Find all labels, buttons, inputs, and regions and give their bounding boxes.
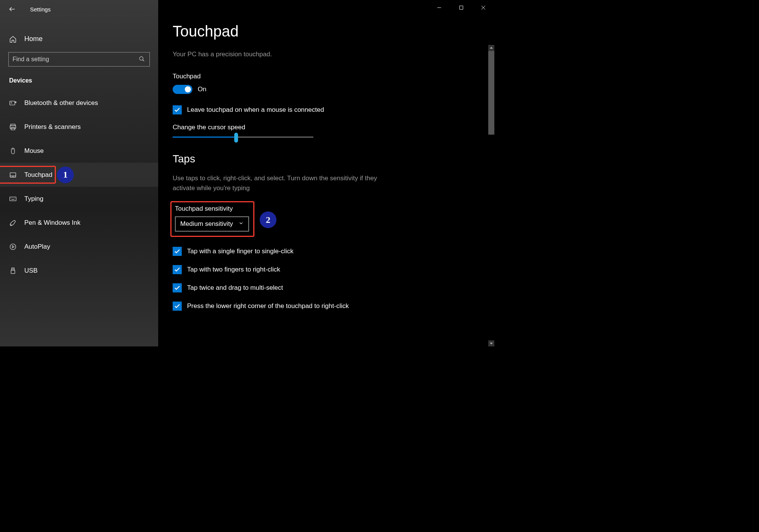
tap-drag-label: Tap twice and drag to multi-select — [187, 283, 283, 292]
nav-label: USB — [24, 267, 38, 275]
keyboard-icon — [9, 195, 17, 203]
nav-label: Printers & scanners — [24, 123, 81, 131]
pen-icon — [9, 219, 17, 227]
tap-two-checkbox[interactable] — [173, 265, 182, 274]
nav-autoplay[interactable]: AutoPlay — [0, 235, 158, 259]
search-box[interactable] — [8, 52, 150, 67]
svg-point-0 — [140, 57, 143, 60]
nav-usb[interactable]: USB — [0, 259, 158, 283]
taps-heading: Taps — [173, 153, 494, 165]
sensitivity-value: Medium sensitivity — [180, 220, 233, 228]
svg-rect-5 — [11, 127, 15, 130]
taps-description: Use taps to click, right-click, and sele… — [173, 173, 397, 193]
nav-label: Typing — [24, 195, 43, 203]
tap-single-label: Tap with a single finger to single-click — [187, 247, 294, 256]
svg-point-9 — [10, 244, 16, 249]
tap-drag-checkbox[interactable] — [173, 283, 182, 292]
scroll-down-arrow[interactable] — [488, 340, 494, 346]
nav-label: Mouse — [24, 147, 44, 155]
nav-printers[interactable]: Printers & scanners — [0, 115, 158, 139]
tap-corner-checkbox[interactable] — [173, 302, 182, 311]
home-label: Home — [24, 35, 43, 43]
scroll-up-arrow[interactable] — [488, 45, 494, 51]
sidebar: Settings Home Devices Bluetooth & other … — [0, 0, 158, 346]
main-content: Touchpad Your PC has a precision touchpa… — [158, 0, 494, 346]
sensitivity-label: Touchpad sensitivity — [175, 205, 249, 213]
nav-label: Pen & Windows Ink — [24, 219, 80, 227]
nav-touchpad[interactable]: Touchpad — [0, 163, 158, 187]
nav-bluetooth[interactable]: Bluetooth & other devices — [0, 91, 158, 115]
nav-label: AutoPlay — [24, 243, 50, 251]
back-button[interactable] — [8, 5, 17, 14]
autoplay-icon — [9, 243, 17, 251]
sidebar-section-label: Devices — [9, 77, 158, 84]
touchpad-toggle[interactable] — [173, 85, 192, 94]
svg-rect-11 — [11, 270, 15, 273]
cursor-speed-label: Change the cursor speed — [173, 124, 494, 131]
app-title: Settings — [30, 6, 51, 13]
svg-rect-8 — [10, 197, 16, 201]
leave-on-checkbox[interactable] — [173, 105, 182, 114]
sidebar-home[interactable]: Home — [0, 30, 158, 48]
home-icon — [9, 35, 17, 43]
tap-single-checkbox[interactable] — [173, 247, 182, 256]
tap-two-label: Tap with two fingers to right-click — [187, 265, 280, 274]
sensitivity-dropdown[interactable]: Medium sensitivity — [175, 216, 249, 232]
nav-label: Bluetooth & other devices — [24, 99, 98, 107]
toggle-state: On — [198, 86, 206, 93]
nav-pen[interactable]: Pen & Windows Ink — [0, 211, 158, 235]
close-button[interactable] — [472, 0, 494, 15]
page-title: Touchpad — [173, 23, 494, 40]
touchpad-icon — [9, 171, 17, 179]
chevron-down-icon — [238, 220, 244, 228]
svg-rect-3 — [11, 124, 15, 125]
nav-typing[interactable]: Typing — [0, 187, 158, 211]
tap-corner-label: Press the lower right corner of the touc… — [187, 302, 349, 311]
cursor-speed-slider[interactable] — [173, 137, 313, 138]
nav-list: Bluetooth & other devices Printers & sca… — [0, 91, 158, 283]
printer-icon — [9, 123, 17, 131]
search-icon — [139, 56, 146, 63]
search-input[interactable] — [13, 56, 139, 63]
window-controls — [428, 0, 494, 15]
leave-on-label: Leave touchpad on when a mouse is connec… — [187, 105, 324, 114]
page-subtitle: Your PC has a precision touchpad. — [173, 51, 494, 58]
svg-rect-2 — [15, 102, 16, 103]
mouse-icon — [9, 147, 17, 155]
nav-label: Touchpad — [24, 171, 52, 179]
minimize-button[interactable] — [428, 0, 450, 15]
usb-icon — [9, 267, 17, 275]
maximize-button[interactable] — [450, 0, 472, 15]
nav-mouse[interactable]: Mouse — [0, 139, 158, 163]
svg-rect-10 — [12, 268, 14, 270]
bluetooth-icon — [9, 99, 17, 107]
vertical-scrollbar[interactable] — [488, 45, 494, 346]
toggle-label: Touchpad — [173, 73, 494, 80]
scrollbar-thumb[interactable] — [488, 51, 494, 135]
svg-rect-12 — [460, 6, 463, 10]
